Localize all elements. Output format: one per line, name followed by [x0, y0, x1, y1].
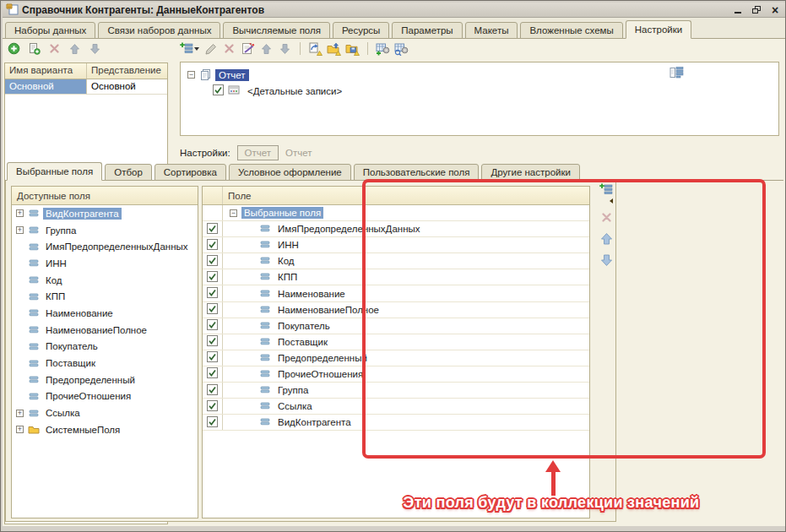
checkbox-checked[interactable] — [207, 416, 218, 429]
checkbox-checked[interactable] — [207, 255, 218, 268]
field-tree-item[interactable]: Покупатель — [12, 339, 198, 356]
field-label[interactable]: Код — [275, 255, 297, 267]
tab-nested-schemas[interactable]: Вложенные схемы — [520, 22, 622, 39]
expand-icon[interactable]: + — [16, 426, 24, 433]
field-label[interactable]: Покупатель — [275, 320, 333, 332]
doc-arrow-button[interactable] — [308, 41, 323, 56]
grid-gear-add-button[interactable] — [376, 41, 390, 56]
add-field-button[interactable] — [599, 182, 614, 197]
restore-button[interactable] — [750, 4, 763, 16]
move-variant-down-button[interactable] — [88, 41, 102, 56]
selected-field-row[interactable]: Поставщик — [203, 334, 589, 350]
field-tree-item[interactable]: ИНН — [12, 255, 198, 272]
field-tree-item[interactable]: ИмяПредопределенныхДанных — [12, 238, 198, 255]
field-label[interactable]: ИНН — [43, 258, 69, 269]
field-tree-item[interactable]: Поставщик — [12, 355, 198, 372]
field-label[interactable]: Ссылка — [275, 400, 315, 412]
selected-field-row[interactable]: Группа — [203, 383, 589, 399]
tree-node-report[interactable]: − Отчет — [181, 67, 778, 83]
move-structure-up-button[interactable] — [259, 41, 274, 56]
checkbox-checked[interactable] — [207, 367, 218, 380]
selected-field-row[interactable]: Наименование — [203, 285, 589, 301]
tab-other-settings[interactable]: Другие настройки — [481, 164, 579, 181]
delete-variant-button[interactable] — [47, 41, 62, 56]
move-field-down-button[interactable] — [599, 252, 614, 267]
selected-field-row[interactable]: ПрочиеОтношения — [203, 366, 589, 383]
selected-field-row[interactable]: КПП — [203, 269, 589, 285]
checkbox-checked[interactable] — [207, 384, 218, 397]
selected-field-row[interactable]: Ссылка — [203, 399, 589, 415]
selected-field-row[interactable]: ВидКонтрагента — [203, 415, 589, 431]
selected-field-row[interactable]: Код — [203, 253, 589, 269]
selected-field-row[interactable]: Предопределенный — [203, 350, 589, 366]
title-bar[interactable]: Справочник Контрагенты: ДанныеКонтрагент… — [3, 3, 785, 18]
checkbox-checked[interactable] — [207, 400, 218, 413]
field-label[interactable]: Группа — [275, 384, 311, 396]
field-label[interactable]: Поставщик — [275, 336, 330, 348]
field-label[interactable]: Предопределенный — [275, 352, 370, 364]
field-tree-item[interactable]: Предопределенный — [12, 372, 198, 388]
field-label[interactable]: ВидКонтрагента — [275, 416, 354, 428]
chevron-left-icon[interactable] — [610, 198, 613, 204]
field-label[interactable]: Группа — [43, 225, 79, 236]
tab-datasets[interactable]: Наборы данных — [5, 22, 95, 39]
folder-up-button[interactable] — [327, 41, 341, 56]
field-tree-item[interactable]: ПрочиеОтношения — [12, 388, 198, 405]
field-tree-item[interactable]: +Группа — [12, 222, 198, 239]
field-label[interactable]: ИмяПредопределенныхДанных — [275, 223, 423, 235]
field-label[interactable]: ПрочиеОтношения — [43, 390, 133, 402]
move-variant-up-button[interactable] — [68, 41, 82, 56]
close-button[interactable]: × — [768, 4, 782, 16]
field-label[interactable]: Наименование — [43, 307, 116, 319]
delete-structure-item-button[interactable] — [222, 41, 236, 56]
collapse-icon[interactable]: − — [230, 209, 237, 217]
selected-field-row[interactable]: ИНН — [203, 237, 589, 253]
group-label[interactable]: Выбранные поля — [241, 207, 323, 219]
field-tree-item[interactable]: КПП — [12, 288, 198, 305]
tab-parameters[interactable]: Параметры — [392, 22, 462, 39]
collapse-icon[interactable]: − — [187, 71, 195, 79]
column-header-presentation[interactable]: Представление — [87, 63, 167, 79]
checkbox-checked[interactable] — [207, 271, 218, 284]
tab-dataset-links[interactable]: Связи наборов данных — [98, 22, 220, 39]
selected-field-row[interactable]: ИмяПредопределенныхДанных — [203, 221, 589, 237]
selected-field-row[interactable]: НаименованиеПолное — [203, 302, 589, 318]
tree-node-label[interactable]: Отчет — [215, 69, 249, 81]
tree-node-detail-records[interactable]: <Детальные записи> — [181, 83, 778, 99]
tab-calculated-fields[interactable]: Вычисляемые поля — [223, 22, 330, 39]
selected-field-row[interactable]: Покупатель — [203, 318, 589, 334]
field-label[interactable]: Код — [43, 274, 65, 286]
delete-field-button[interactable] — [599, 210, 614, 225]
checkbox-checked[interactable] — [207, 239, 218, 252]
field-label[interactable]: Предопределенный — [43, 374, 138, 386]
field-column-header[interactable]: Поле — [223, 187, 252, 204]
settings-wizard-button[interactable] — [241, 41, 255, 56]
edit-structure-item-button[interactable] — [203, 41, 218, 56]
checkbox-checked[interactable] — [207, 351, 218, 364]
tab-selected-fields[interactable]: Выбранные поля — [7, 162, 102, 181]
field-label[interactable]: КПП — [275, 271, 300, 283]
expand-icon[interactable]: + — [16, 226, 24, 234]
tab-resources[interactable]: Ресурсы — [333, 22, 389, 39]
field-label[interactable]: ВидКонтрагента — [43, 208, 122, 220]
field-label[interactable]: НаименованиеПолное — [275, 304, 382, 316]
tab-templates[interactable]: Макеты — [465, 22, 518, 39]
report-chip-button[interactable]: Отчет — [237, 145, 279, 160]
table-row[interactable]: Основной Основной — [5, 79, 167, 95]
checkbox-checked[interactable] — [207, 335, 218, 348]
field-tree-item[interactable]: Код — [12, 272, 198, 289]
checkbox-checked[interactable] — [207, 287, 218, 300]
field-tree-item[interactable]: НаименованиеПолное — [12, 322, 198, 339]
tab-sorting[interactable]: Сортировка — [154, 164, 226, 181]
field-tree-item[interactable]: Наименование — [12, 305, 198, 322]
field-tree-item[interactable]: +ВидКонтрагента — [12, 205, 198, 222]
field-label[interactable]: Наименование — [275, 288, 348, 300]
checkbox-checked[interactable] — [213, 84, 224, 97]
output-list-icon[interactable] — [669, 66, 684, 80]
column-header-variant-name[interactable]: Имя варианта — [5, 63, 87, 79]
field-tree-item[interactable]: +Ссылка — [12, 404, 198, 421]
minimize-button[interactable] — [731, 4, 745, 16]
field-label[interactable]: КПП — [43, 290, 68, 302]
field-label[interactable]: СистемныеПоля — [43, 424, 122, 436]
checkbox-checked[interactable] — [207, 319, 218, 332]
